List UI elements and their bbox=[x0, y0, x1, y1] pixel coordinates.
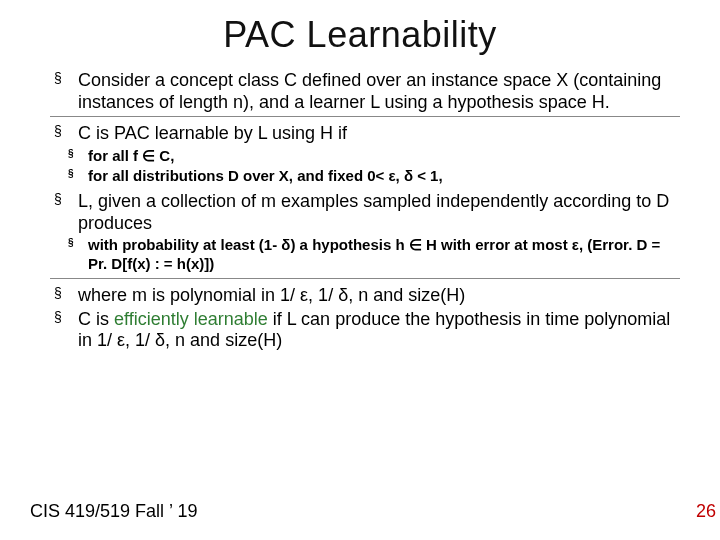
bullet-text: C is bbox=[78, 309, 114, 329]
slide: PAC Learnability Consider a concept clas… bbox=[0, 0, 720, 540]
sub-bullet-list: with probability at least (1- δ) a hypot… bbox=[50, 236, 680, 274]
divider bbox=[50, 116, 680, 117]
bullet-item: where m is polynomial in 1/ ε, 1/ δ, n a… bbox=[74, 285, 680, 307]
sub-bullet-item: for all distributions D over X, and fixe… bbox=[86, 167, 680, 186]
bullet-list: where m is polynomial in 1/ ε, 1/ δ, n a… bbox=[50, 285, 680, 352]
bullet-item: C is PAC learnable by L using H if bbox=[74, 123, 680, 145]
slide-number: 26 bbox=[696, 501, 716, 522]
page-title: PAC Learnability bbox=[0, 0, 720, 64]
sub-bullet-item: for all f ∈ C, bbox=[86, 147, 680, 166]
bullet-item: C is efficiently learnable if L can prod… bbox=[74, 309, 680, 352]
slide-body: Consider a concept class C defined over … bbox=[0, 70, 720, 352]
bullet-list: C is PAC learnable by L using H if bbox=[50, 123, 680, 145]
highlight-text: efficiently learnable bbox=[114, 309, 268, 329]
sub-bullet-item: with probability at least (1- δ) a hypot… bbox=[86, 236, 680, 274]
bullet-item: Consider a concept class C defined over … bbox=[74, 70, 680, 113]
sub-bullet-list: for all f ∈ C, for all distributions D o… bbox=[50, 147, 680, 186]
bullet-list: L, given a collection of m examples samp… bbox=[50, 191, 680, 234]
footer-course: CIS 419/519 Fall ’ 19 bbox=[30, 501, 197, 522]
bullet-item: L, given a collection of m examples samp… bbox=[74, 191, 680, 234]
divider bbox=[50, 278, 680, 279]
bullet-list: Consider a concept class C defined over … bbox=[50, 70, 680, 113]
